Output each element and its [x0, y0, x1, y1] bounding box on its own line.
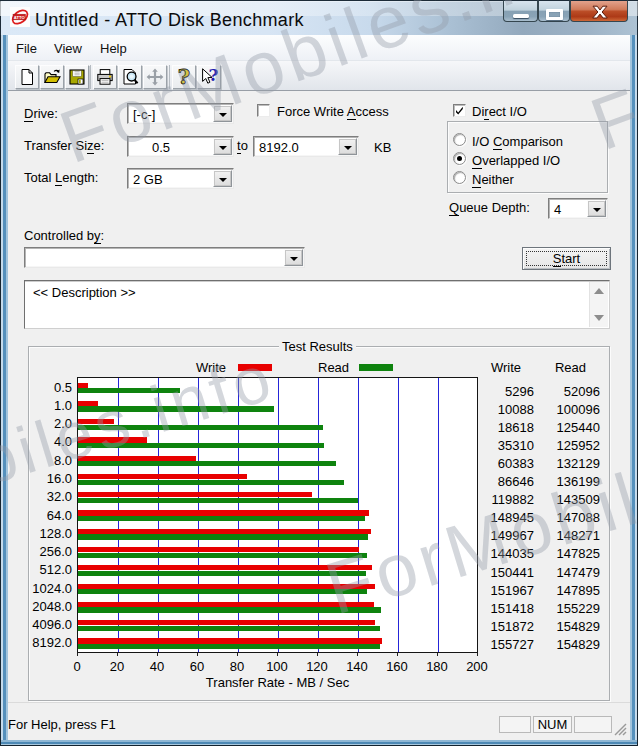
transfer-size-label: Transfer Size:: [24, 138, 104, 153]
read-bar-4.0: [78, 443, 324, 448]
category-label-0.5: 0.5: [16, 380, 72, 395]
read-bar-8192.0: [78, 644, 380, 649]
write-bar-16.0: [78, 474, 247, 479]
category-label-32.0: 32.0: [16, 489, 72, 504]
start-button-label: Start: [523, 251, 610, 266]
radio-label-0: I/O Comparison: [472, 134, 563, 149]
write-bar-256.0: [78, 547, 359, 552]
category-label-4.0: 4.0: [16, 434, 72, 449]
direct-io-checkbox[interactable]: [453, 104, 466, 117]
context-help-button[interactable]: ?: [197, 65, 221, 89]
tick-label-80: 80: [217, 659, 257, 674]
total-length-dropdown-arrow-icon[interactable]: [213, 170, 232, 187]
maximize-icon: [546, 9, 563, 20]
read-value-32.0: 143509: [520, 492, 600, 507]
maximize-button[interactable]: [538, 0, 570, 22]
write-bar-1.0: [78, 401, 98, 406]
open-icon: [43, 68, 61, 86]
open-button[interactable]: [40, 65, 64, 89]
radio-i-o-comparison[interactable]: [453, 133, 466, 146]
radio-neither[interactable]: [453, 171, 466, 184]
queue-depth-combobox[interactable]: 4: [548, 198, 608, 219]
read-value-8192.0: 154829: [520, 637, 600, 652]
scroll-up-icon[interactable]: [594, 288, 604, 294]
transfer-to-dropdown-arrow-icon[interactable]: [338, 138, 357, 155]
transfer-size-from-combobox[interactable]: 0.5: [127, 136, 234, 157]
pan-button[interactable]: [143, 65, 167, 89]
menu-view[interactable]: View: [54, 41, 82, 56]
tick-mark-140: [357, 653, 358, 656]
num-indicator: NUM: [538, 717, 568, 732]
drive-label: Drive:: [24, 106, 58, 121]
read-bar-512.0: [78, 571, 366, 576]
minimize-button[interactable]: [503, 0, 538, 22]
radio-label-2: Neither: [472, 172, 514, 187]
tick-label-20: 20: [97, 659, 137, 674]
drive-dropdown-arrow-icon[interactable]: [213, 105, 232, 122]
atto-app-icon[interactable]: ATTO: [10, 7, 30, 27]
menu-help[interactable]: Help: [100, 41, 127, 56]
tick-mark-40: [157, 653, 158, 656]
print-button[interactable]: [93, 65, 117, 89]
radio-overlapped-i-o[interactable]: [453, 152, 466, 165]
queue-depth-label: Queue Depth:: [449, 200, 530, 215]
transfer-size-to-combobox[interactable]: 8192.0: [253, 136, 359, 157]
queue-depth-value: 4: [554, 202, 561, 217]
force-write-access-checkbox[interactable]: [257, 104, 270, 117]
tick-mark-20: [117, 653, 118, 656]
resize-grip[interactable]: [614, 723, 628, 737]
close-button[interactable]: [570, 0, 628, 22]
minimize-icon: [513, 14, 529, 18]
read-bar-256.0: [78, 553, 367, 558]
help-icon: ?: [175, 68, 193, 86]
kb-label: KB: [374, 140, 391, 155]
start-button[interactable]: Start: [522, 247, 611, 270]
drive-value: [-c-]: [133, 107, 155, 122]
controlled-by-combobox[interactable]: [24, 247, 305, 268]
scroll-down-icon[interactable]: [594, 315, 604, 321]
tick-mark-0: [77, 653, 78, 656]
window-frame-left: [0, 35, 8, 746]
read-value-4096.0: 154829: [520, 619, 600, 634]
print-preview-button[interactable]: [118, 65, 142, 89]
save-button[interactable]: [65, 65, 89, 89]
new-button[interactable]: [15, 65, 39, 89]
description-box[interactable]: << Description >>: [24, 280, 610, 329]
window-title: Untitled - ATTO Disk Benchmark: [35, 10, 304, 31]
transfer-size-from-value: 0.5: [152, 140, 170, 155]
category-label-1024.0: 1024.0: [16, 581, 72, 596]
write-bar-8.0: [78, 456, 196, 461]
drive-combobox[interactable]: [-c-]: [127, 103, 234, 124]
category-label-4096.0: 4096.0: [16, 617, 72, 632]
status-panel-2: [574, 716, 612, 733]
write-bar-4.0: [78, 437, 147, 442]
controlled-by-label: Controlled by:: [24, 228, 104, 243]
checkmark-icon: [454, 105, 465, 116]
write-bar-512.0: [78, 565, 372, 570]
menu-file[interactable]: File: [16, 41, 37, 56]
read-value-2.0: 125440: [520, 420, 600, 435]
tick-label-120: 120: [297, 659, 337, 674]
tick-mark-180: [437, 653, 438, 656]
legend-write-label: Write: [196, 360, 226, 375]
read-bar-128.0: [78, 534, 368, 539]
category-label-128.0: 128.0: [16, 526, 72, 541]
help-button[interactable]: ?: [172, 65, 196, 89]
description-scrollbar[interactable]: [589, 282, 608, 327]
tick-mark-200: [477, 653, 478, 656]
transfer-from-dropdown-arrow-icon[interactable]: [213, 138, 232, 155]
read-bar-2048.0: [78, 607, 381, 612]
category-label-64.0: 64.0: [16, 508, 72, 523]
total-length-combobox[interactable]: 2 GB: [127, 168, 234, 189]
tick-mark-100: [277, 653, 278, 656]
write-bar-2048.0: [78, 602, 374, 607]
tick-label-140: 140: [337, 659, 377, 674]
tick-mark-120: [317, 653, 318, 656]
tick-mark-160: [397, 653, 398, 656]
svg-text:?: ?: [178, 68, 190, 86]
read-bar-1024.0: [78, 589, 367, 594]
queue-depth-dropdown-arrow-icon[interactable]: [587, 200, 606, 217]
category-label-512.0: 512.0: [16, 562, 72, 577]
read-value-16.0: 136199: [520, 474, 600, 489]
controlled-by-dropdown-arrow-icon[interactable]: [284, 249, 303, 266]
